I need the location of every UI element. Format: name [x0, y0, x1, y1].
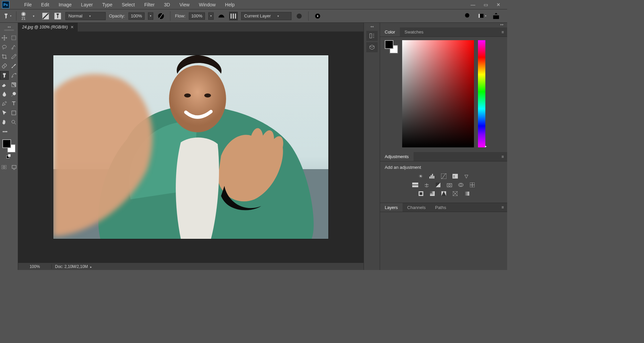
history-brush-tool[interactable]: [9, 71, 18, 80]
channel-mixer-icon[interactable]: [457, 182, 465, 188]
exposure-icon[interactable]: ±: [451, 173, 459, 179]
screen-mode-toggle[interactable]: [10, 163, 18, 172]
clone-stamp-tool[interactable]: [0, 71, 9, 80]
clone-source-button[interactable]: [53, 12, 62, 20]
menu-3d[interactable]: 3D: [159, 1, 175, 9]
text-tool[interactable]: [9, 99, 18, 108]
color-balance-icon[interactable]: [423, 182, 430, 188]
close-tab-icon[interactable]: ✕: [70, 25, 74, 29]
canvas[interactable]: [53, 55, 328, 239]
color-swatch[interactable]: [385, 40, 398, 54]
dock-expand[interactable]: ◂◂: [364, 25, 380, 29]
ignore-adjustment-icon[interactable]: [295, 12, 304, 20]
menu-view[interactable]: View: [175, 1, 194, 9]
tab-layers[interactable]: Layers: [380, 203, 402, 212]
panel-menu-icon[interactable]: ≡: [498, 205, 507, 210]
menu-help[interactable]: Help: [220, 1, 239, 9]
eyedropper-tool[interactable]: [9, 52, 18, 61]
foreground-background-swatch[interactable]: [2, 139, 16, 153]
toolbox-collapse[interactable]: ◂◂: [0, 25, 18, 29]
menu-select[interactable]: Select: [117, 1, 140, 9]
color-lookup-icon[interactable]: [469, 182, 476, 188]
minimize-button[interactable]: —: [470, 2, 476, 7]
path-select-tool[interactable]: [0, 109, 9, 117]
tool-preset-picker[interactable]: [3, 12, 11, 20]
crop-tool[interactable]: [0, 52, 9, 61]
edit-toolbar[interactable]: •••: [0, 127, 18, 136]
gradient-map-icon[interactable]: [463, 191, 470, 197]
close-window-button[interactable]: ✕: [495, 2, 502, 7]
menu-type[interactable]: Type: [98, 1, 117, 9]
color-field[interactable]: [402, 40, 474, 147]
hand-tool[interactable]: [0, 118, 9, 127]
airbrush-icon[interactable]: [217, 12, 226, 20]
maximize-button[interactable]: ▭: [482, 2, 489, 7]
menu-window[interactable]: Window: [194, 1, 220, 9]
zoom-tool[interactable]: [9, 118, 18, 127]
tab-paths[interactable]: Paths: [430, 203, 451, 212]
gradient-tool[interactable]: [9, 80, 18, 89]
selective-color-icon[interactable]: [451, 191, 459, 197]
toolbox-grip[interactable]: [4, 29, 14, 31]
panel-menu-icon[interactable]: ≡: [498, 30, 507, 35]
foreground-color[interactable]: [2, 139, 11, 148]
doc-info[interactable]: Doc: 2,10M/2,10M ▸: [52, 264, 95, 269]
flow-dropdown[interactable]: ▾: [208, 12, 214, 20]
tab-color[interactable]: Color: [380, 27, 400, 37]
brush-dropdown-icon[interactable]: ▾: [29, 12, 38, 20]
libraries-panel-icon[interactable]: [366, 42, 378, 52]
opacity-input[interactable]: 100%: [128, 12, 145, 20]
tab-channels[interactable]: Channels: [402, 203, 430, 212]
photo-filter-icon[interactable]: [446, 182, 453, 188]
pressure-opacity-icon[interactable]: [157, 12, 165, 20]
workspace-switcher[interactable]: [478, 12, 486, 20]
blend-mode-select[interactable]: Normal ▾: [65, 12, 106, 20]
search-icon[interactable]: [464, 12, 472, 20]
brightness-contrast-icon[interactable]: ☀: [417, 173, 425, 179]
levels-icon[interactable]: [429, 173, 436, 179]
tab-swatches[interactable]: Swatches: [400, 27, 428, 37]
move-tool[interactable]: [0, 33, 9, 42]
threshold-icon[interactable]: [440, 191, 447, 197]
quick-mask-toggle[interactable]: [0, 163, 8, 172]
share-icon[interactable]: [492, 12, 500, 20]
hue-slider[interactable]: [478, 40, 485, 147]
flow-input[interactable]: 100%: [189, 12, 205, 20]
opacity-dropdown[interactable]: ▾: [148, 12, 153, 20]
menu-file[interactable]: File: [19, 1, 37, 9]
eraser-tool[interactable]: [0, 80, 9, 89]
history-panel-icon[interactable]: [366, 31, 378, 41]
quick-select-tool[interactable]: [9, 43, 18, 52]
panel-menu-icon[interactable]: ≡: [498, 154, 507, 159]
menu-edit[interactable]: Edit: [37, 1, 54, 9]
marquee-tool[interactable]: [9, 33, 18, 42]
pressure-size-icon[interactable]: [313, 12, 322, 20]
hue-sat-icon[interactable]: [412, 182, 419, 188]
invert-icon[interactable]: [417, 191, 425, 197]
pen-tool[interactable]: [0, 99, 9, 108]
healing-tool[interactable]: [0, 62, 9, 70]
zoom-level[interactable]: 100%: [18, 264, 52, 269]
dodge-tool[interactable]: [9, 90, 18, 98]
lasso-tool[interactable]: [0, 43, 9, 52]
panel-collapse[interactable]: ▸▸: [380, 23, 507, 27]
foreground-swatch[interactable]: [385, 40, 393, 49]
sample-mode-select[interactable]: Current Layer ▾: [241, 12, 291, 20]
tab-adjustments[interactable]: Adjustments: [380, 152, 414, 161]
canvas-area[interactable]: [18, 31, 364, 263]
brush-preview[interactable]: 21: [21, 12, 26, 20]
brush-settings-button[interactable]: [41, 12, 50, 20]
blur-tool[interactable]: [0, 90, 9, 98]
shape-tool[interactable]: [9, 109, 18, 117]
menu-filter[interactable]: Filter: [140, 1, 159, 9]
default-colors-icon[interactable]: [6, 154, 12, 159]
brush-tool[interactable]: [9, 62, 18, 70]
vibrance-icon[interactable]: ▽: [463, 173, 470, 179]
document-tab[interactable]: 24.jpg @ 100% (RGB/8#) ✕: [18, 23, 78, 31]
aligned-toggle[interactable]: [229, 12, 238, 20]
menu-layer[interactable]: Layer: [76, 1, 98, 9]
black-white-icon[interactable]: [434, 182, 442, 188]
curves-icon[interactable]: [440, 173, 447, 179]
posterize-icon[interactable]: [429, 191, 436, 197]
menu-image[interactable]: Image: [54, 1, 76, 9]
